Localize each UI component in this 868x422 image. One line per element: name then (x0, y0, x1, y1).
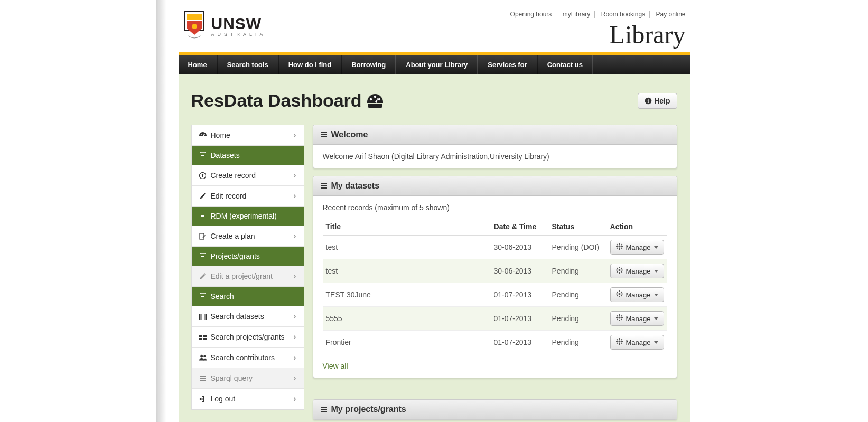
sidebar-header-projects-grants[interactable]: Projects/grants (192, 247, 304, 266)
view-all-link[interactable]: View all (323, 362, 348, 370)
sidebar-item-search-contributors[interactable]: Search contributors› (192, 348, 304, 368)
cell-status: Pending (549, 259, 607, 283)
svg-point-2 (192, 24, 197, 29)
manage-button[interactable]: Manage (610, 264, 664, 278)
svg-rect-35 (619, 248, 620, 250)
cell-title: 5555 (323, 307, 491, 331)
sidebar-item-label: Search datasets (211, 312, 264, 321)
svg-point-60 (618, 317, 620, 319)
svg-rect-20 (199, 314, 200, 320)
caret-down-icon (654, 341, 658, 344)
sidebar-item-label: Log out (211, 395, 236, 403)
mydatasets-panel-head[interactable]: My datasets (313, 176, 677, 196)
chevron-right-icon: › (293, 353, 296, 362)
welcome-panel-head[interactable]: Welcome (313, 125, 677, 145)
myprojects-panel-head[interactable]: My projects/grants (313, 400, 677, 419)
top-link-room[interactable]: Room bookings (597, 11, 650, 18)
welcome-panel: Welcome Welcome Arif Shaon (Digital Libr… (313, 125, 677, 168)
svg-rect-62 (619, 320, 620, 321)
svg-rect-21 (200, 314, 201, 320)
svg-rect-34 (619, 243, 620, 245)
svg-rect-43 (619, 267, 620, 268)
bars-icon (321, 183, 327, 189)
cell-date: 30-06-2013 (491, 259, 549, 283)
svg-rect-58 (620, 291, 622, 293)
svg-rect-19 (201, 296, 204, 297)
sidebar-item-home[interactable]: Home› (192, 125, 304, 146)
svg-rect-49 (620, 267, 622, 269)
help-button[interactable]: i Help (638, 93, 677, 109)
sidebar-item-search-datasets[interactable]: Search datasets› (192, 306, 304, 327)
sidebar-item-create-a-plan[interactable]: Create a plan› (192, 226, 304, 247)
svg-rect-46 (621, 270, 623, 271)
records-table: Title Date & Time Status Action test30-0… (323, 218, 667, 354)
svg-rect-55 (621, 294, 623, 295)
nav-services[interactable]: Services for (478, 55, 537, 74)
manage-button[interactable]: Manage (610, 311, 664, 326)
svg-rect-29 (199, 338, 202, 340)
svg-rect-67 (620, 315, 622, 316)
col-action: Action (607, 218, 667, 236)
cell-title[interactable]: TEST 30June (323, 283, 491, 307)
cell-date: 01-07-2013 (491, 307, 549, 331)
sidebar-header-datasets[interactable]: Datasets (192, 146, 304, 165)
sidebar-header-label: Projects/grants (211, 252, 260, 260)
chevron-right-icon: › (293, 332, 296, 342)
caret-down-icon (654, 246, 658, 249)
sidebar-header-search[interactable]: Search (192, 287, 304, 306)
svg-rect-28 (203, 335, 207, 337)
library-title: Library (506, 22, 686, 48)
nav-about[interactable]: About your Library (396, 55, 478, 74)
sidebar-header-rdm-experimental-[interactable]: RDM (experimental) (192, 207, 304, 226)
svg-point-33 (618, 246, 620, 248)
projects-icon (199, 334, 207, 340)
svg-text:i: i (648, 98, 649, 104)
sidebar-header-label: RDM (experimental) (211, 212, 277, 220)
svg-rect-26 (206, 314, 207, 320)
caret-down-icon (654, 317, 658, 320)
nav-contact[interactable]: Contact us (537, 55, 593, 74)
main-column: Welcome Welcome Arif Shaon (Digital Libr… (313, 125, 677, 422)
minus-box-icon (199, 152, 207, 158)
cell-date: 01-07-2013 (491, 331, 549, 354)
cell-date: 01-07-2013 (491, 283, 549, 307)
chevron-right-icon: › (293, 231, 296, 241)
svg-point-8 (201, 134, 202, 135)
top-link-mylibrary[interactable]: myLibrary (558, 11, 595, 18)
chevron-right-icon: › (293, 394, 296, 404)
manage-button[interactable]: Manage (610, 287, 664, 302)
sidebar-item-log-out[interactable]: Log out› (192, 389, 304, 409)
caret-down-icon (654, 294, 658, 296)
cell-status: Pending (549, 307, 607, 331)
logo[interactable]: UNSW AUSTRALIA (183, 11, 266, 41)
svg-rect-30 (203, 338, 207, 340)
nav-borrowing[interactable]: Borrowing (341, 55, 396, 74)
barcode-icon (199, 314, 207, 320)
manage-button[interactable]: Manage (610, 240, 664, 255)
info-icon: i (645, 97, 652, 105)
sidebar-item-label: Create record (211, 171, 256, 180)
svg-rect-22 (201, 314, 202, 320)
nav-search-tools[interactable]: Search tools (217, 55, 278, 74)
mainnav: Home Search tools How do I find Borrowin… (179, 55, 690, 74)
records-caption: Recent records (maximum of 5 shown) (323, 203, 667, 212)
svg-rect-53 (619, 296, 620, 297)
nav-how-find[interactable]: How do I find (278, 55, 342, 74)
nav-home[interactable]: Home (179, 55, 217, 74)
svg-rect-73 (621, 341, 623, 342)
manage-button[interactable]: Manage (610, 335, 664, 350)
svg-rect-76 (620, 339, 622, 340)
crest-icon (183, 11, 206, 41)
edit-doc-icon (199, 233, 207, 240)
svg-rect-1 (187, 14, 202, 20)
svg-rect-59 (616, 295, 618, 296)
pencil-icon (199, 193, 207, 200)
logo-uni-text: UNSW (211, 15, 266, 33)
sidebar-item-create-record[interactable]: Create record› (192, 165, 304, 186)
top-link-pay[interactable]: Pay online (651, 11, 685, 18)
sidebar-item-search-projects-grants[interactable]: Search projects/grants› (192, 327, 304, 348)
top-link-hours[interactable]: Opening hours (506, 11, 557, 18)
svg-rect-48 (620, 271, 622, 273)
sidebar-item-edit-record[interactable]: Edit record› (192, 186, 304, 207)
svg-rect-27 (199, 335, 202, 337)
